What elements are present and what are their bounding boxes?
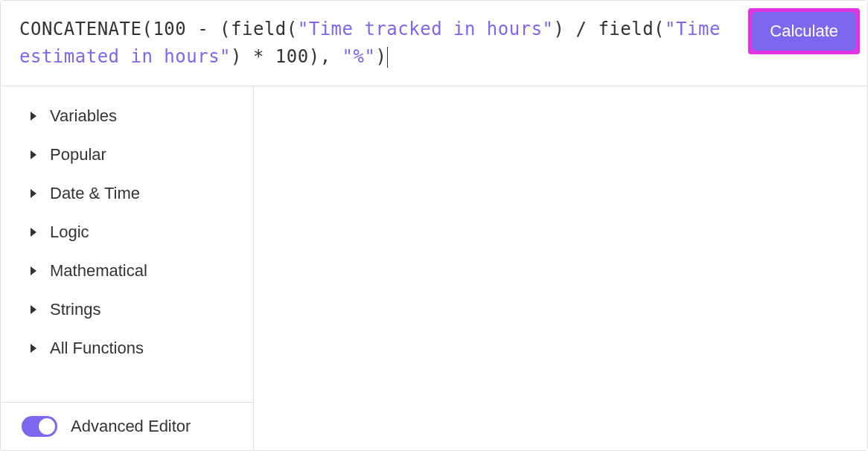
lower-panel: VariablesPopularDate & TimeLogicMathemat… [1,86,867,450]
formula-editor-container: CONCATENATE(100 - (field("Time tracked i… [0,0,868,451]
advanced-editor-toggle[interactable] [22,416,57,437]
formula-string-literal: "Time tracked in hours" [298,19,554,39]
sidebar-footer: Advanced Editor [1,402,253,450]
category-label: Variables [50,106,117,126]
category-label: Logic [50,223,89,242]
formula-token: ) [375,46,386,67]
advanced-editor-label: Advanced Editor [71,417,191,436]
category-item-logic[interactable]: Logic [1,213,253,252]
formula-token: ) * 100), [231,46,342,67]
category-item-variables[interactable]: Variables [1,97,253,135]
category-label: Mathematical [50,261,147,281]
category-label: All Functions [50,339,144,358]
caret-right-icon [31,266,36,275]
caret-right-icon [31,344,36,353]
category-item-all-functions[interactable]: All Functions [1,329,253,368]
content-panel [254,86,867,450]
caret-right-icon [31,228,36,237]
formula-token: CONCATENATE(100 - (field( [19,19,298,39]
text-cursor [387,47,388,68]
calculate-button[interactable]: Calculate [752,12,856,51]
category-label: Date & Time [50,184,140,203]
calculate-highlight: Calculate [748,8,860,54]
category-label: Popular [50,145,106,164]
category-list: VariablesPopularDate & TimeLogicMathemat… [1,86,253,402]
caret-right-icon [31,150,36,159]
category-label: Strings [50,300,100,319]
function-sidebar: VariablesPopularDate & TimeLogicMathemat… [1,86,254,450]
toggle-knob [39,418,55,435]
caret-right-icon [31,112,36,121]
category-item-mathematical[interactable]: Mathematical [1,252,253,290]
formula-input[interactable]: CONCATENATE(100 - (field("Time tracked i… [19,16,733,71]
formula-string-literal: "%" [342,46,376,67]
category-item-popular[interactable]: Popular [1,135,253,174]
formula-bar: CONCATENATE(100 - (field("Time tracked i… [1,1,867,86]
category-item-strings[interactable]: Strings [1,290,253,329]
formula-token: ) / field( [554,19,666,39]
category-item-date-time[interactable]: Date & Time [1,174,253,213]
caret-right-icon [31,305,36,314]
caret-right-icon [31,189,36,198]
